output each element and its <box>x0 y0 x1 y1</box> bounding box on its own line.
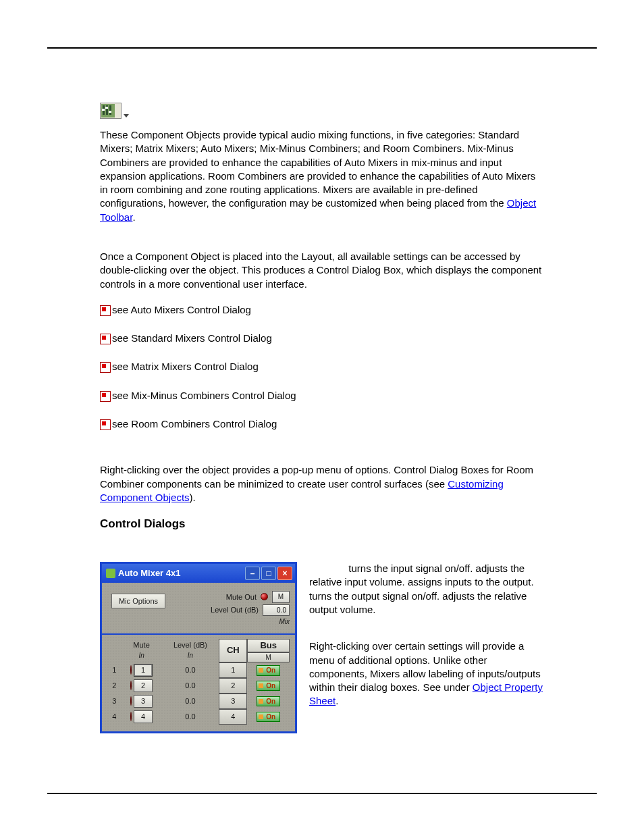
channel-row: 3 30.03On <box>107 694 290 709</box>
dialog-titlebar[interactable]: Auto Mixer 4x1 – □ × <box>102 564 295 583</box>
broken-image-icon <box>100 419 111 430</box>
mute-header: MuteIn <box>122 639 162 663</box>
auto-mixer-dialog: Auto Mixer 4x1 – □ × Mic Options Mute Ou… <box>100 562 297 733</box>
channel-grid: MuteIn Level (dB)In CH Bus M <box>107 639 290 725</box>
intro-paragraph-1: These Component Objects provide typical … <box>100 128 544 224</box>
channel-number: 4 <box>219 709 247 725</box>
on-led-icon <box>259 683 263 688</box>
see-item-label: see Mix-Minus Combiners Control Dialog <box>112 390 296 401</box>
post-list-paragraph: Right-clicking over the object provides … <box>100 463 544 504</box>
see-item-label: see Matrix Mixers Control Dialog <box>112 361 259 372</box>
dialog-title: Auto Mixer 4x1 <box>118 567 180 579</box>
dropdown-arrow-icon <box>124 114 129 118</box>
broken-image-icon <box>100 391 111 402</box>
mute-in-led-icon <box>130 696 132 706</box>
channel-number: 2 <box>219 678 247 694</box>
bus-on-button[interactable]: On <box>257 665 280 676</box>
bus-header: Bus <box>247 639 290 652</box>
control-dialogs-heading: Control Dialogs <box>100 517 544 532</box>
close-button[interactable]: × <box>277 567 292 580</box>
on-led-icon <box>259 714 263 719</box>
channel-row: 4 40.04On <box>107 709 290 725</box>
row-index: 1 <box>107 662 122 678</box>
mute-out-button[interactable]: M <box>272 591 290 603</box>
level-in-value[interactable]: 0.0 <box>185 666 195 674</box>
mute-out-led-icon <box>261 593 268 600</box>
channel-row: 1 10.01On <box>107 662 290 678</box>
svg-rect-3 <box>109 105 111 115</box>
bus-on-button[interactable]: On <box>257 681 280 692</box>
mixer-toolbar-icon <box>100 103 544 128</box>
input-number-button[interactable]: 4 <box>134 710 153 723</box>
svg-rect-4 <box>102 109 105 111</box>
mic-options-button[interactable]: Mic Options <box>111 594 165 608</box>
row-index: 2 <box>107 678 122 694</box>
bus-m-header: M <box>247 652 290 663</box>
bottom-horizontal-rule <box>47 793 597 794</box>
see-item-label: see Standard Mixers Control Dialog <box>112 332 272 344</box>
minimize-button[interactable]: – <box>245 567 260 580</box>
level-out-value[interactable]: 0.0 <box>263 604 290 617</box>
level-header: Level (dB)In <box>162 639 219 663</box>
mix-label: Mix <box>279 617 290 627</box>
mute-out-label: Mute Out <box>226 592 257 602</box>
input-number-button[interactable]: 1 <box>134 664 153 677</box>
svg-rect-5 <box>105 107 108 109</box>
bus-on-button[interactable]: On <box>257 696 280 707</box>
broken-image-icon <box>100 362 111 373</box>
broken-image-icon <box>100 334 111 344</box>
explain-paragraph-1: turns the input signal on/off. adjusts t… <box>309 562 544 617</box>
see-item-label: see Auto Mixers Control Dialog <box>112 304 251 315</box>
input-number-button[interactable]: 3 <box>134 695 153 708</box>
level-out-label: Level Out (dB) <box>211 605 259 615</box>
on-led-icon <box>259 668 263 673</box>
bus-on-button[interactable]: On <box>257 712 280 723</box>
mute-in-led-icon <box>130 665 132 675</box>
broken-image-icon <box>100 305 111 316</box>
level-in-value[interactable]: 0.0 <box>185 681 195 689</box>
channel-row: 2 20.02On <box>107 678 290 694</box>
see-also-list: see Auto Mixers Control Dialog see Stand… <box>100 303 544 431</box>
channel-number: 3 <box>219 694 247 709</box>
app-icon <box>106 569 115 578</box>
level-in-value[interactable]: 0.0 <box>185 697 195 705</box>
maximize-button[interactable]: □ <box>261 567 276 580</box>
svg-rect-6 <box>109 111 111 113</box>
channel-number: 1 <box>219 662 247 678</box>
see-item-label: see Room Combiners Control Dialog <box>112 418 277 429</box>
mute-in-led-icon <box>130 712 132 721</box>
mute-in-led-icon <box>130 681 132 690</box>
ch-header: CH <box>219 639 247 663</box>
input-number-button[interactable]: 2 <box>134 679 153 692</box>
row-index: 4 <box>107 709 122 725</box>
level-in-value[interactable]: 0.0 <box>185 712 195 721</box>
explain-paragraph-2: Right-clicking over certain settings wil… <box>309 640 544 708</box>
intro-paragraph-2: Once a Component Object is placed into t… <box>100 250 544 291</box>
row-index: 3 <box>107 694 122 709</box>
on-led-icon <box>259 699 263 704</box>
